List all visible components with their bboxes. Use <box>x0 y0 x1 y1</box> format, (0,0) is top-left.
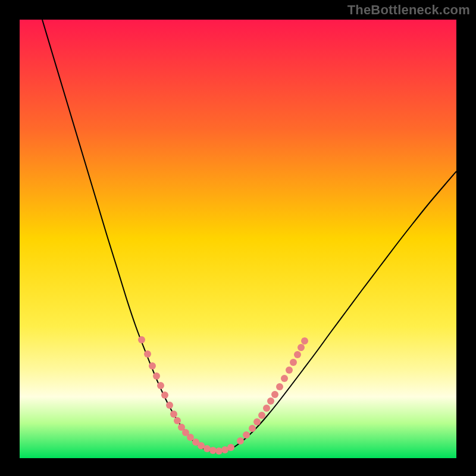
data-dot <box>166 402 173 409</box>
data-dot <box>237 437 244 444</box>
data-dot <box>281 375 288 382</box>
data-dot <box>161 392 168 399</box>
bottleneck-curve-chart <box>0 0 476 476</box>
data-dot <box>170 411 177 418</box>
data-dot <box>215 447 223 455</box>
data-dot <box>276 383 283 390</box>
plot-background <box>20 20 456 458</box>
data-dot <box>271 391 278 398</box>
data-dot <box>187 434 194 441</box>
data-dot <box>267 397 274 405</box>
data-dot <box>253 418 261 425</box>
data-dot <box>227 444 234 451</box>
data-dot <box>298 344 305 351</box>
data-dot <box>249 425 256 432</box>
data-dot <box>243 431 250 439</box>
data-dot <box>286 367 293 374</box>
data-dot <box>258 412 265 419</box>
data-dot <box>138 336 145 343</box>
data-dot <box>294 351 301 358</box>
data-dot <box>174 417 181 424</box>
data-dot <box>149 362 156 369</box>
data-dot <box>157 382 164 389</box>
data-dot <box>290 359 297 366</box>
data-dot <box>144 350 151 358</box>
chart-frame: TheBottleneck.com <box>0 0 476 476</box>
data-dot <box>263 405 270 412</box>
data-dot <box>301 337 308 345</box>
data-dot <box>153 372 160 380</box>
